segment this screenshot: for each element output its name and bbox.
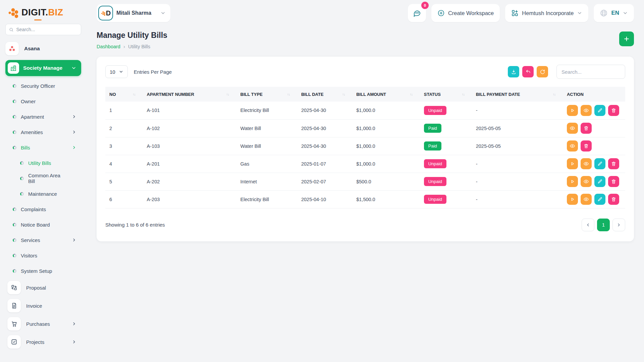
refresh-button[interactable]: [537, 66, 548, 77]
sidebar-item-purchases[interactable]: Purchases: [5, 315, 81, 333]
sort-icon[interactable]: ↑↓: [226, 93, 234, 96]
sidebar-item-apartment[interactable]: Apartment: [5, 109, 81, 124]
sidebar-item-invoice[interactable]: Invoice: [5, 297, 81, 315]
delete-button[interactable]: [581, 123, 592, 134]
chevron-right-icon: [72, 340, 76, 344]
play-button[interactable]: [567, 158, 578, 169]
sidebar-item-utility-bills[interactable]: Utility Bills: [5, 155, 81, 171]
sort-icon[interactable]: ↑↓: [410, 93, 417, 96]
column-header-no[interactable]: NO↑↓: [105, 87, 143, 102]
column-header-action[interactable]: ACTION: [563, 87, 625, 102]
status-badge: Unpaid: [424, 177, 446, 186]
play-button[interactable]: [567, 194, 578, 205]
entries-per-page-select[interactable]: 10: [105, 65, 128, 78]
sidebar-item-asana[interactable]: Asana: [5, 42, 81, 55]
play-button[interactable]: [567, 176, 578, 187]
delete-button[interactable]: [608, 194, 619, 205]
eye-button[interactable]: [581, 176, 592, 187]
company-menu[interactable]: Hemtush Incorporate: [505, 4, 588, 22]
eye-button[interactable]: [581, 105, 592, 116]
sidebar-item-system-setup[interactable]: System Setup: [5, 263, 81, 279]
sidebar-item-owner[interactable]: Owner: [5, 94, 81, 109]
sort-icon[interactable]: ↑↓: [287, 93, 294, 96]
edit-button[interactable]: [594, 194, 605, 205]
entries-label: Entries Per Page: [134, 69, 172, 75]
delete-button[interactable]: [581, 140, 592, 152]
table-row: 3 A-103 Water Bill 2025-04-30 $1,000.0 P…: [105, 137, 625, 155]
delete-button[interactable]: [608, 176, 619, 187]
topbar: D Mitali Sharma 0 Create Workspace: [97, 3, 634, 23]
brand-logo[interactable]: DIGIT.BIZ: [5, 5, 81, 19]
page-1-button[interactable]: 1: [597, 219, 610, 231]
sidebar-item-notice-board[interactable]: Notice Board: [5, 217, 81, 232]
user-menu[interactable]: D Mitali Sharma: [97, 4, 170, 22]
delete-button[interactable]: [608, 105, 619, 116]
create-workspace-button[interactable]: Create Workspace: [431, 4, 500, 22]
bullet-icon: [13, 100, 16, 103]
breadcrumb-dashboard[interactable]: Dashboard: [97, 44, 120, 49]
sort-icon[interactable]: ↑↓: [133, 93, 140, 96]
column-header-bill-amount[interactable]: BILL AMOUNT↑↓: [352, 87, 420, 102]
column-header-bill-date[interactable]: BILL DATE↑↓: [297, 87, 352, 102]
user-name: Mitali Sharma: [116, 10, 157, 16]
chevron-right-icon: [72, 321, 76, 326]
table-footer: Showing 1 to 6 of 6 entries 1: [105, 219, 625, 231]
play-icon: [570, 108, 575, 113]
column-header-status[interactable]: STATUS↑↓: [420, 87, 472, 102]
eye-button[interactable]: [581, 158, 592, 169]
edit-button[interactable]: [594, 176, 605, 187]
eye-button[interactable]: [581, 194, 592, 205]
society-manage-label: Society Manage: [23, 65, 67, 71]
chevron-down-icon: [71, 65, 76, 71]
eye-button[interactable]: [567, 123, 578, 134]
sidebar-item-proposal[interactable]: Proposal: [5, 279, 81, 297]
edit-button[interactable]: [594, 105, 605, 116]
sidebar-item-bills[interactable]: Bills: [5, 140, 81, 155]
undo-button[interactable]: [522, 66, 534, 77]
sidebar-item-visitors[interactable]: Visitors: [5, 248, 81, 263]
column-header-bill-type[interactable]: BILL TYPE↑↓: [236, 87, 297, 102]
sort-icon[interactable]: ↑↓: [553, 93, 560, 96]
row-actions: [567, 123, 623, 134]
cell-apartment-number: A-201: [143, 155, 236, 173]
table-row: 2 A-102 Water Bill 2025-04-30 $1,000.0 P…: [105, 119, 625, 137]
table-row: 5 A-202 Internet 2025-02-07 $500.0 Unpai…: [105, 173, 625, 190]
cell-bill-payment-date: -: [472, 173, 563, 190]
status-badge: Unpaid: [424, 106, 446, 115]
language-menu[interactable]: EN: [594, 4, 634, 22]
sidebar-item-services[interactable]: Services: [5, 232, 81, 248]
sidebar-search-input[interactable]: [16, 27, 77, 32]
eye-button[interactable]: [567, 140, 578, 152]
cell-bill-date: 2025-01-07: [297, 155, 352, 173]
sort-icon[interactable]: ↑↓: [342, 93, 350, 96]
play-button[interactable]: [567, 105, 578, 116]
table-search: [556, 65, 625, 79]
export-button[interactable]: [508, 66, 519, 77]
undo-icon: [525, 69, 531, 75]
next-page-button[interactable]: [612, 219, 625, 231]
column-header-bill-payment-date[interactable]: BILL PAYMENT DATE↑↓: [472, 87, 563, 102]
add-bill-button[interactable]: [619, 32, 634, 46]
sort-icon[interactable]: ↑↓: [462, 93, 469, 96]
cell-no: 6: [105, 190, 143, 208]
table-search-input[interactable]: [561, 69, 620, 75]
sidebar-item-maintenance[interactable]: Maintenance: [5, 186, 81, 201]
sidebar-item-complaints[interactable]: Complaints: [5, 201, 81, 217]
chat-button[interactable]: 0: [408, 4, 426, 22]
sidebar-item-projects[interactable]: Projects: [5, 333, 81, 351]
society-manage-button[interactable]: Society Manage: [5, 60, 81, 76]
edit-icon: [597, 179, 603, 184]
bullet-icon: [20, 161, 24, 165]
sidebar-item-common-area-bill[interactable]: Common Area Bill: [5, 171, 81, 186]
previous-page-button[interactable]: [582, 219, 594, 231]
cell-no: 5: [105, 173, 143, 190]
delete-button[interactable]: [608, 158, 619, 169]
sidebar-item-security-officer[interactable]: Security Officer: [5, 78, 81, 94]
sidebar-item-amenities[interactable]: Amenities: [5, 124, 81, 140]
brand-underline: [34, 19, 42, 20]
plus-icon: [623, 36, 630, 42]
cell-action: [563, 190, 625, 208]
column-header-apartment-number[interactable]: APARTMENT NUMBER↑↓: [143, 87, 236, 102]
cell-bill-payment-date: 2025-05-05: [472, 137, 563, 155]
edit-button[interactable]: [594, 158, 605, 169]
